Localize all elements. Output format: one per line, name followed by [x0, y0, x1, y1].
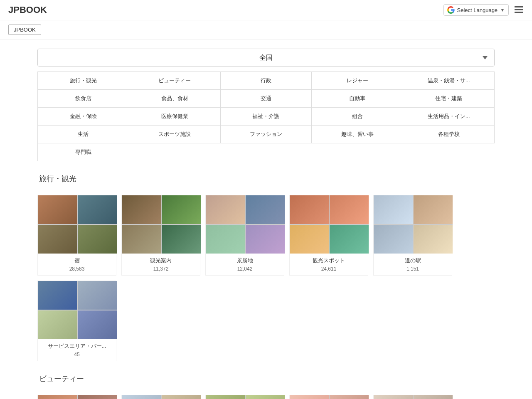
category-cell[interactable]: 交通 [221, 90, 312, 108]
card-img [38, 225, 77, 254]
card-info: 観光スポット 24,611 [290, 254, 368, 275]
category-cell[interactable]: レジャー [312, 72, 403, 90]
card-info: 道の駅 1,151 [374, 254, 452, 275]
travel-divider [37, 188, 495, 188]
card-hair[interactable] [37, 395, 116, 399]
category-cell[interactable]: スポーツ施設 [129, 126, 221, 143]
category-cell[interactable]: 福祉・介護 [221, 108, 312, 126]
category-cell[interactable]: 自動車 [312, 90, 403, 108]
category-cell[interactable]: 住宅・建築 [403, 90, 495, 108]
card-img [78, 281, 117, 310]
card-count: 24,611 [321, 266, 337, 272]
category-cell[interactable]: 食品、食材 [129, 90, 221, 108]
card-img [38, 281, 77, 310]
main-content: 全国 北海道 東北 関東 中部 近畿 中国 四国 九州 沖縄 旅行・観光 ビュー… [29, 39, 503, 399]
card-img [290, 395, 329, 399]
svg-rect-0 [515, 6, 523, 7]
card-img [38, 395, 77, 399]
card-image-riyo [374, 395, 453, 399]
category-cell-empty [221, 143, 312, 161]
card-image-service [38, 281, 117, 339]
card-nail[interactable] [121, 395, 200, 399]
card-service[interactable]: サービスエリア・パー... 45 [37, 281, 116, 361]
card-name: 観光案内 [125, 257, 197, 264]
category-cell[interactable]: 各種学校 [403, 126, 495, 143]
card-yado[interactable]: 宿 28,583 [37, 195, 116, 276]
card-image-keisho [206, 195, 285, 254]
card-count: 28,583 [69, 266, 85, 272]
category-cell[interactable]: 旅行・観光 [38, 72, 129, 90]
card-kankospot[interactable]: 観光スポット 24,611 [289, 195, 368, 276]
travel-card-grid: 宿 28,583 観光案内 11,372 [37, 195, 495, 361]
category-cell[interactable]: 飲食店 [38, 90, 129, 108]
card-img [374, 225, 413, 254]
card-info: サービスエリア・パー... 45 [38, 339, 116, 361]
category-cell[interactable]: 金融・保険 [38, 108, 129, 126]
card-image-esthe [206, 395, 285, 399]
category-cell[interactable]: 趣味、習い事 [312, 126, 403, 143]
category-cell[interactable]: ファッション [221, 126, 312, 143]
category-cell[interactable]: ビューティー [129, 72, 221, 90]
card-img [414, 395, 453, 399]
card-img [38, 310, 77, 339]
card-img [78, 395, 117, 399]
card-name: 観光スポット [293, 257, 365, 264]
category-cell-empty [312, 143, 403, 161]
card-img [206, 195, 245, 224]
card-kanko[interactable]: 観光案内 11,372 [121, 195, 200, 276]
menu-icon[interactable] [514, 5, 524, 16]
breadcrumb-jpbook[interactable]: JPBOOK [8, 25, 41, 35]
card-img [206, 225, 245, 254]
card-img [162, 225, 201, 254]
logo: JPBOOK [8, 5, 47, 15]
card-img [162, 195, 201, 224]
card-img [414, 225, 453, 254]
card-keisho[interactable]: 景勝地 12,042 [205, 195, 284, 276]
card-img [78, 310, 117, 339]
beauty-section-title: ビューティー [37, 374, 495, 384]
region-dropdown[interactable]: 全国 北海道 東北 関東 中部 近畿 中国 四国 九州 沖縄 [37, 49, 495, 66]
card-img [290, 225, 329, 254]
card-img [246, 395, 285, 399]
card-name: サービスエリア・パー... [41, 342, 113, 350]
card-info: 宿 28,583 [38, 254, 116, 275]
card-matsu[interactable] [289, 395, 368, 399]
language-label: Select Language [457, 7, 498, 13]
category-cell[interactable]: 生活用品・イン... [403, 108, 495, 126]
card-riyo[interactable] [373, 395, 452, 399]
language-selector[interactable]: Select Language ▼ [443, 4, 509, 16]
category-cell[interactable]: 生活 [38, 126, 129, 143]
card-img [122, 195, 161, 224]
language-arrow-icon: ▼ [500, 7, 505, 13]
category-cell-empty [129, 143, 221, 161]
card-img [206, 395, 245, 399]
category-cell[interactable]: 専門職 [38, 143, 129, 161]
card-michinoeki[interactable]: 道の駅 1,151 [373, 195, 452, 276]
card-esthe[interactable] [205, 395, 284, 399]
card-img [330, 395, 369, 399]
card-image-yado [38, 195, 117, 254]
card-count: 11,372 [153, 266, 169, 272]
card-img [330, 225, 369, 254]
card-img [246, 195, 285, 224]
card-count: 45 [74, 352, 79, 357]
card-img [122, 225, 161, 254]
category-cell[interactable]: 組合 [312, 108, 403, 126]
card-image-michinoeki [374, 195, 453, 254]
card-image-kankospot [290, 195, 369, 254]
card-img [374, 195, 413, 224]
card-info: 景勝地 12,042 [206, 254, 284, 275]
card-count: 12,042 [237, 266, 253, 272]
category-cell[interactable]: 医療保健業 [129, 108, 221, 126]
header-right: Select Language ▼ [443, 4, 524, 16]
card-img [162, 395, 201, 399]
category-cell[interactable]: 温泉・銭湯・サ... [403, 72, 495, 90]
category-cell[interactable]: 行政 [221, 72, 312, 90]
card-img [414, 195, 453, 224]
card-name: 宿 [41, 257, 113, 264]
card-img [374, 395, 413, 399]
travel-section-title: 旅行・観光 [37, 174, 495, 184]
card-name: 道の駅 [377, 257, 448, 264]
svg-rect-1 [515, 9, 523, 10]
card-img [246, 225, 285, 254]
